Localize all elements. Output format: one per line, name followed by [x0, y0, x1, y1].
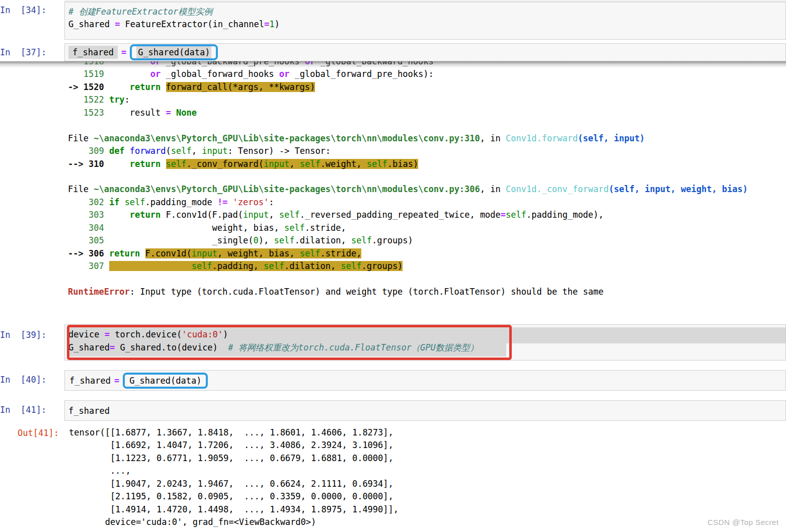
selection-highlight: G_shared(data)	[136, 46, 211, 58]
traceback-lines: 1518 or _global_backward_pre_hooks or _g…	[68, 55, 786, 298]
code-cell-in39[interactable]: device = torch.device('cuda:0')G_shared=…	[64, 324, 786, 361]
code-lines-in34: # 创建FeatureExtractor模型实例G_shared = Featu…	[68, 6, 782, 31]
output-prompt-41: Out[41]:	[18, 428, 59, 438]
call-g-shared-data: G_shared(data)	[138, 47, 210, 57]
input-prompt-40: In [40]:	[0, 375, 46, 385]
input-prompt-37: In [37]:	[0, 47, 46, 57]
input-prompt-39: In [39]:	[0, 330, 46, 340]
code-cell-in37[interactable]: f_shared = G_shared(data)	[64, 43, 786, 61]
selection-highlight: f_shared	[68, 46, 118, 59]
code-cell-in41[interactable]: f_shared	[64, 400, 786, 421]
previous-cell-remnant	[64, 0, 786, 2]
variable-f-shared: f_shared	[72, 47, 114, 57]
error-traceback-output: 1518 or _global_backward_pre_hooks or _g…	[68, 55, 786, 298]
code-cell-in40[interactable]: f_shared = G_shared(data)	[64, 370, 786, 391]
equals-operator: =	[114, 376, 119, 386]
equals-operator: =	[121, 47, 126, 57]
input-prompt-41: In [41]:	[0, 405, 46, 415]
code-lines-in39: device = torch.device('cuda:0')G_shared=…	[68, 328, 479, 354]
csdn-watermark: CSDN @Top Secret	[708, 518, 779, 526]
call-g-shared-data: G_shared(data)	[129, 376, 201, 386]
output-scroll-shadow	[0, 61, 786, 68]
annotation-blue-box: G_shared(data)	[123, 373, 208, 389]
tensor-output-lines: tensor([[1.6877, 1.3667, 1.8418, ..., 1.…	[69, 426, 399, 529]
input-prompt-34: In [34]:	[0, 5, 46, 15]
tensor-output: tensor([[1.6877, 1.3667, 1.8418, ..., 1.…	[69, 426, 399, 529]
code-line-in37: f_shared = G_shared(data)	[65, 44, 785, 61]
annotation-blue-box: G_shared(data)	[130, 44, 218, 60]
code-line-in40: f_shared = G_shared(data)	[65, 371, 785, 390]
jupyter-notebook-page: { "colors": { "red_annotation_box": "#e2…	[0, 0, 786, 532]
code-line-in41: f_shared	[68, 405, 782, 417]
variable-f-shared: f_shared	[69, 376, 111, 386]
code-cell-in34[interactable]: # 创建FeatureExtractor模型实例G_shared = Featu…	[64, 2, 786, 40]
